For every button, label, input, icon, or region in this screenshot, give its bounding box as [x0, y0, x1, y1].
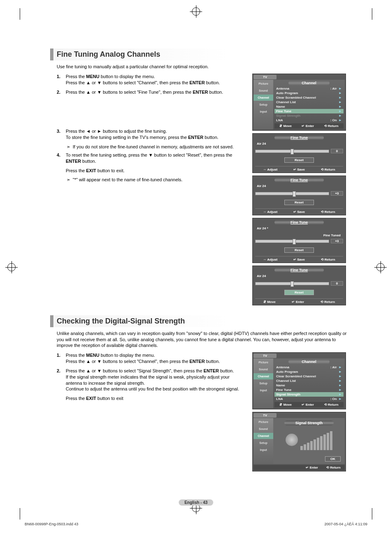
tv-label: TV [254, 75, 277, 79]
step-number: 3. [57, 128, 62, 141]
doc-footer: BN68-00998P-Eng-0503.indd 43 2007-05-04 … [25, 522, 367, 526]
step: Press the EXIT button to exit [57, 395, 246, 402]
osd-row-highlighted: Signal Strength► [274, 392, 344, 397]
ft-slider: +3 [255, 191, 343, 196]
osd-fine-tune: Fine Tune Air 24 * Fine Tuned +3 Reset ↔… [252, 218, 346, 263]
signal-graphic [276, 430, 342, 450]
ft-channel: Air 24 [257, 142, 343, 146]
sidebar-item-sound: Sound [254, 426, 273, 432]
sidebar-item-input: Input [254, 109, 273, 115]
sidebar-item-setup: Setup [254, 380, 273, 386]
section-title: Checking the Digital-Signal Strength [50, 315, 347, 327]
step: 1. Press the MENU button to display the … [57, 74, 246, 86]
note: ➣ If you do not store the fine-tuned cha… [67, 144, 246, 150]
osd-fine-tune: Fine Tune Air 24 0 Reset ⇵ Move ↵ Enter … [252, 266, 346, 305]
osd-channel-menu: TV Picture Sound Channel Setup Input Cha… [252, 74, 346, 131]
step-number: 2. [57, 89, 62, 95]
registration-mark-icon [192, 7, 200, 16]
ft-footer: ⇵ Move ↵ Enter ⟲ Return [255, 298, 343, 304]
ft-slider: 0 [255, 281, 343, 286]
sidebar-item-sound: Sound [254, 366, 273, 372]
osd-footer: Enter Return [254, 465, 345, 470]
osd-row-disabled: Signal Strength► [274, 113, 344, 118]
osd-fine-tune: Fine Tune Air 24 +3 Reset ↔ Adjust ↵ Sav… [252, 176, 346, 215]
ft-footer: ↔ Adjust ↵ Save ⟲ Return [255, 208, 343, 214]
note-text: "*" will appear next to the name of fine… [73, 177, 182, 183]
doc-footer-right: 2007-05-04 ¿ÀÈÄ 4:11:09 [324, 522, 367, 526]
ft-title: Fine Tune [274, 135, 324, 140]
ft-channel: Air 24 [257, 274, 343, 278]
ft-channel: Air 24 [257, 184, 343, 188]
step-body: Press the ▲ or ▼ buttons to select "Sign… [66, 368, 246, 392]
osd-sidebar: Picture Sound Channel Setup Input [254, 80, 273, 129]
osd-row: Auto Program► [274, 370, 344, 374]
sidebar-item-input: Input [254, 387, 273, 393]
step-number: 2. [57, 368, 62, 392]
page-number: English - 43 [179, 499, 213, 506]
registration-mark-icon [7, 263, 16, 271]
osd-row-highlighted: Fine Tune► [274, 109, 344, 113]
sidebar-item-setup: Setup [254, 102, 273, 108]
sidebar-item-channel: Channel [254, 433, 273, 439]
osd-row: Name► [274, 104, 344, 109]
step-number: 1. [57, 352, 62, 365]
sidebar-item-picture: Picture [254, 419, 273, 425]
step: Press the EXIT button to exit. [57, 168, 246, 174]
osd-sidebar: Picture Sound Channel Setup Input [254, 358, 273, 408]
ft-slider: 0 [255, 149, 343, 153]
tv-label: TV [254, 353, 277, 358]
step-number: 1. [57, 74, 62, 86]
step-body: Press the EXIT button to exit [66, 395, 246, 402]
osd-signal-strength: TV Picture Sound Channel Setup Input Sig… [252, 412, 346, 471]
osd-row: Channel List► [274, 100, 344, 104]
crop-mark [372, 8, 372, 20]
step-body: Press the MENU button to display the men… [66, 74, 246, 86]
step: 2. Press the ▲ or ▼ buttons to select "F… [57, 89, 246, 95]
step-body: Press the ▲ or ▼ buttons to select "Fine… [66, 89, 246, 95]
sidebar-item-channel: Channel [254, 95, 273, 101]
osd-footer: Move Enter Return [274, 123, 344, 129]
doc-footer-left: BN68-00998P-Eng-0503.indd 43 [25, 522, 78, 526]
osd-row: Fine Tune► [274, 388, 344, 392]
ft-title: Fine Tune [274, 268, 324, 273]
ft-channel: Air 24 * [257, 226, 343, 230]
ft-value: +3 [331, 239, 343, 243]
osd-row: LNA: On ► [274, 118, 344, 122]
osd-row: LNA: On ► [274, 397, 344, 401]
step-number: 4. [57, 152, 62, 164]
step-body: Press the MENU button to display the men… [66, 352, 246, 365]
step: 3. Press the ◄ or ► buttons to adjust th… [57, 128, 246, 141]
ok-button: OK [325, 456, 341, 462]
step: 4. To reset the fine tuning setting, pre… [57, 152, 246, 164]
sidebar-item-setup: Setup [254, 440, 273, 446]
ft-title: Fine Tune [274, 220, 324, 225]
osd-row: Clear Scrambled Channel► [274, 374, 344, 379]
osd-row: Antenna: Air ► [274, 365, 344, 370]
ft-title: Fine Tune [274, 178, 324, 183]
dish-icon [286, 434, 298, 446]
note-arrow-icon: ➣ [67, 144, 70, 150]
reset-button: Reset [284, 157, 314, 163]
osd-sidebar: Picture Sound Channel Setup Input [254, 418, 273, 464]
osd-row: Auto Program► [274, 91, 344, 95]
osd-channel-menu: TV Picture Sound Channel Setup Input Cha… [252, 352, 346, 409]
intro-text: Use fine tuning to manually adjust a par… [57, 64, 347, 69]
ft-tuned-label: Fine Tuned [255, 233, 343, 237]
sidebar-item-sound: Sound [254, 88, 273, 94]
ft-value: 0 [331, 281, 343, 286]
section-title: Fine Tuning Analog Channels [50, 49, 347, 60]
tv-label: TV [254, 413, 277, 418]
step-body: Press the EXIT button to exit. [66, 168, 246, 174]
step-body: To reset the fine tuning setting, press … [66, 152, 246, 164]
step-body: Press the ◄ or ► buttons to adjust the f… [66, 128, 246, 141]
osd-title: Channel [288, 81, 330, 85]
registration-mark-icon [376, 263, 385, 271]
ft-footer: ↔ Adjust ↵ Save ⟲ Return [255, 256, 343, 262]
ft-value: +3 [331, 191, 343, 196]
step: 1. Press the MENU button to display the … [57, 352, 246, 365]
ss-title: Signal Strength [284, 420, 334, 425]
reset-button: Reset [284, 247, 314, 253]
note: ➣ "*" will appear next to the name of fi… [67, 177, 246, 183]
note-text: If you do not store the fine-tuned chann… [73, 144, 234, 150]
crop-mark [20, 8, 20, 20]
